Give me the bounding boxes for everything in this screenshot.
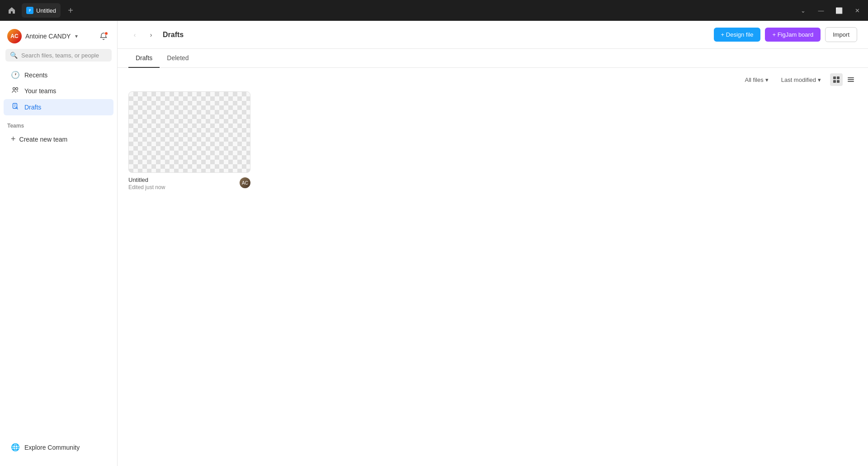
sidebar-item-recents[interactable]: 🕐 Recents	[4, 67, 113, 83]
plus-icon: +	[11, 134, 16, 144]
tab-label: Untitled	[36, 7, 56, 14]
sidebar-bottom: 🌐 Explore Community	[0, 434, 117, 461]
main-content: ‹ › Drafts + Design file + FigJam board …	[118, 21, 868, 466]
clock-icon: 🕐	[11, 71, 20, 79]
main-header: ‹ › Drafts + Design file + FigJam board …	[118, 21, 868, 49]
avatar: AC	[7, 29, 22, 43]
page-title: Drafts	[163, 31, 184, 39]
maximize-button[interactable]: ⬜	[834, 5, 844, 16]
sidebar-item-explore[interactable]: 🌐 Explore Community	[4, 439, 113, 455]
dropdown-arrow-icon2: ▾	[818, 76, 821, 83]
svg-rect-5	[837, 76, 840, 79]
tabs-bar: Drafts Deleted	[118, 49, 868, 68]
last-modified-filter[interactable]: Last modified ▾	[778, 75, 825, 85]
sidebar: AC Antoine CANDY ▾ 🔍 Search files, teams…	[0, 21, 118, 466]
file-name: Untitled	[128, 176, 236, 183]
svg-rect-3	[13, 104, 17, 109]
last-modified-label: Last modified	[781, 76, 816, 83]
user-name: Antoine CANDY	[25, 33, 71, 40]
sidebar-item-your-teams[interactable]: Your teams	[4, 83, 113, 99]
header-actions: + Design file + FigJam board Import	[714, 27, 857, 42]
search-placeholder: Search files, teams, or people	[21, 52, 99, 59]
back-button[interactable]: ‹	[128, 29, 141, 41]
grid-view-button[interactable]	[830, 73, 843, 86]
user-profile[interactable]: AC Antoine CANDY ▾	[0, 26, 117, 49]
home-icon[interactable]	[5, 4, 18, 17]
forward-button[interactable]: ›	[145, 29, 157, 41]
svg-rect-9	[848, 79, 854, 80]
drafts-label: Drafts	[24, 104, 41, 111]
chevron-down-icon: ▾	[75, 33, 78, 39]
file-thumbnail	[128, 91, 250, 173]
file-info: Untitled Edited just now AC	[128, 173, 250, 190]
svg-point-2	[16, 88, 18, 90]
globe-icon: 🌐	[11, 443, 20, 452]
svg-rect-10	[848, 81, 854, 82]
explore-label: Explore Community	[24, 444, 80, 451]
active-tab[interactable]: Untitled	[22, 3, 61, 18]
file-owner-avatar: AC	[240, 177, 250, 188]
all-files-label: All files	[745, 76, 763, 83]
figjam-board-button[interactable]: + FigJam board	[765, 28, 821, 42]
teams-section-label: Teams	[0, 115, 117, 131]
drafts-icon	[11, 103, 20, 112]
chevron-down-icon[interactable]: ⌄	[797, 5, 808, 16]
tab-deleted[interactable]: Deleted	[160, 49, 196, 68]
view-toggle	[830, 73, 857, 86]
search-icon: 🔍	[10, 52, 18, 59]
tab-drafts[interactable]: Drafts	[128, 49, 160, 68]
svg-rect-4	[833, 76, 836, 79]
create-team-label: Create new team	[19, 136, 68, 143]
file-card[interactable]: Untitled Edited just now AC	[128, 91, 250, 190]
all-files-filter[interactable]: All files ▾	[741, 75, 772, 85]
import-button[interactable]: Import	[825, 27, 857, 42]
dropdown-arrow-icon: ▾	[765, 76, 769, 83]
teams-icon	[11, 86, 20, 95]
list-view-button[interactable]	[844, 73, 857, 86]
svg-point-1	[13, 88, 15, 90]
files-area: Untitled Edited just now AC	[118, 91, 868, 466]
svg-rect-7	[837, 80, 840, 83]
window-controls: ⌄ — ⬜ ✕	[797, 5, 863, 16]
notification-dot	[104, 32, 108, 35]
file-meta: Edited just now	[128, 184, 236, 190]
titlebar: Untitled + ⌄ — ⬜ ✕	[0, 0, 868, 21]
minimize-button[interactable]: —	[816, 5, 826, 16]
notification-button[interactable]	[97, 30, 110, 43]
app-body: AC Antoine CANDY ▾ 🔍 Search files, teams…	[0, 21, 868, 466]
recents-label: Recents	[24, 71, 47, 79]
search-box[interactable]: 🔍 Search files, teams, or people	[5, 49, 112, 62]
create-new-team-button[interactable]: + Create new team	[4, 131, 113, 147]
new-tab-button[interactable]: +	[64, 4, 77, 17]
filter-bar: All files ▾ Last modified ▾	[118, 68, 868, 91]
tab-file-icon	[26, 7, 33, 14]
file-details: Untitled Edited just now	[128, 176, 236, 190]
files-grid: Untitled Edited just now AC	[128, 91, 857, 190]
design-file-button[interactable]: + Design file	[714, 28, 761, 42]
svg-rect-8	[848, 77, 854, 78]
your-teams-label: Your teams	[24, 87, 56, 95]
svg-rect-6	[833, 80, 836, 83]
close-button[interactable]: ✕	[852, 5, 863, 16]
sidebar-item-drafts[interactable]: Drafts	[4, 99, 113, 115]
